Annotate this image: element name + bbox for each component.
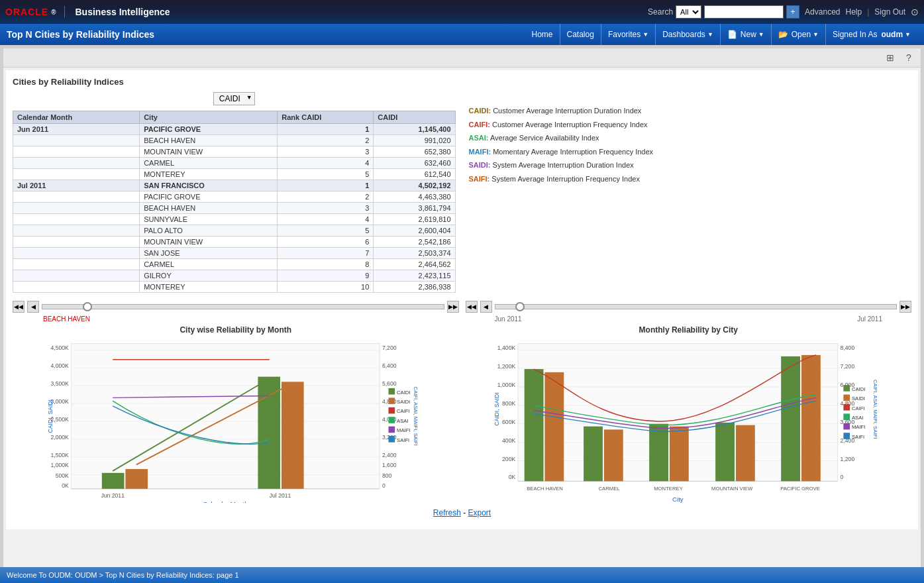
nav-signed-in[interactable]: Signed In As oudm ▼ <box>826 24 917 45</box>
svg-text:SAIFI: SAIFI <box>851 434 864 440</box>
search-input[interactable] <box>704 5 784 19</box>
slider2-prev[interactable]: ◀ <box>480 301 492 313</box>
nav-new[interactable]: 📄 New ▼ <box>721 24 772 45</box>
cell-rank: 1 <box>278 124 374 135</box>
svg-text:CAIFI: CAIFI <box>851 405 864 411</box>
svg-rect-41 <box>389 398 395 404</box>
chart2-title: Monthly Reliability by City <box>466 325 912 335</box>
slider1-track[interactable] <box>42 304 444 309</box>
svg-text:600K: 600K <box>502 419 515 425</box>
svg-text:CAIDI, SAIDI: CAIDI, SAIDI <box>47 399 54 433</box>
cell-value: 3,861,794 <box>374 203 455 214</box>
status-bar: Welcome To OUDM: OUDM > Top N Cities by … <box>0 567 924 583</box>
chart1-area: 4,500K 4,000K 3,500K 3,000K 2,500K 2,000… <box>13 337 459 503</box>
svg-rect-20 <box>72 344 380 489</box>
nav-favorites[interactable]: Favorites ▼ <box>601 24 656 45</box>
cell-value: 1,145,400 <box>374 124 455 135</box>
chart1-title: City wise Reliability by Month <box>13 325 459 335</box>
slider2-thumb[interactable] <box>515 302 525 311</box>
slider-2: ◀◀ ◀ ▶▶ <box>466 298 912 315</box>
svg-text:MOUNTAIN VIEW: MOUNTAIN VIEW <box>711 486 753 492</box>
filter-row: CAIDI CAIFI ASAI MAIFI SAIDI SAIFI <box>13 92 456 105</box>
slider-1-container: ◀◀ ◀ ▶▶ BEACH HAVEN <box>13 298 459 323</box>
slider2-track[interactable] <box>495 304 898 309</box>
svg-text:BEACH HAVEN: BEACH HAVEN <box>527 486 563 492</box>
svg-text:PACIFIC GROVE: PACIFIC GROVE <box>780 486 820 492</box>
cell-value: 2,600,404 <box>374 225 455 237</box>
section-title: Cities by Reliability Indices <box>13 77 911 87</box>
cell-city: MOUNTAIN VIEW <box>140 146 278 158</box>
svg-text:SAIDI: SAIDI <box>397 399 410 405</box>
help-link[interactable]: Help <box>845 7 862 17</box>
nav-catalog[interactable]: Catalog <box>560 24 601 45</box>
col-rank: Rank CAIDI <box>278 111 374 124</box>
svg-text:0: 0 <box>840 474 843 480</box>
signout-link[interactable]: Sign Out <box>874 7 905 17</box>
slider2-right-label: Jul 2011 <box>857 315 882 323</box>
cell-rank: 8 <box>278 259 374 270</box>
svg-text:ASAI: ASAI <box>397 418 409 424</box>
slider2-prev-prev[interactable]: ◀◀ <box>466 301 478 313</box>
main-content: Cities by Reliability Indices CAIDI CAIF… <box>6 70 918 529</box>
legend-item: ASAI: Average Service Availability Index <box>469 132 912 144</box>
svg-text:SAIFI: SAIFI <box>397 437 409 443</box>
cell-value: 2,542,186 <box>374 237 455 248</box>
chart2-area: 1,400K 1,200K 1,000K 800K 600K 400K 200K… <box>466 337 912 503</box>
svg-text:Jun 2011: Jun 2011 <box>101 492 125 499</box>
svg-rect-45 <box>389 417 395 423</box>
slider1-next[interactable]: ▶▶ <box>447 301 459 313</box>
grid-icon[interactable]: ⊞ <box>884 51 897 64</box>
slider1-prev-prev[interactable]: ◀◀ <box>13 301 25 313</box>
svg-rect-78 <box>584 427 603 482</box>
slider2-labels: Jun 2011 Jul 2011 <box>466 315 912 323</box>
chart2-svg: 1,400K 1,200K 1,000K 800K 600K 400K 200K… <box>466 337 912 503</box>
cell-value: 2,619,810 <box>374 214 455 225</box>
cell-rank: 1 <box>278 180 374 191</box>
slider1-prev[interactable]: ◀ <box>27 301 39 313</box>
cell-city: SAN JOSE <box>140 248 278 259</box>
svg-text:8,400: 8,400 <box>840 344 854 351</box>
svg-text:1,200K: 1,200K <box>497 363 515 370</box>
svg-text:CAIFI, ASAI, MAIFI, SAIFI: CAIFI, ASAI, MAIFI, SAIFI <box>872 380 878 439</box>
svg-rect-96 <box>843 395 850 401</box>
cell-value: 632,460 <box>374 158 455 169</box>
svg-text:7,200: 7,200 <box>840 363 854 370</box>
content-wrapper: ⊞ ? Cities by Reliability Indices CAIDI … <box>3 48 921 583</box>
status-text: Welcome To OUDM: OUDM > Top N Cities by … <box>7 571 239 579</box>
svg-text:7,200: 7,200 <box>382 344 397 351</box>
cell-rank: 3 <box>278 203 374 214</box>
chart2-container: Monthly Reliability by City 1,400K 1,200… <box>466 325 912 503</box>
legend-item: MAIFI: Momentary Average Interruption Fr… <box>469 146 912 158</box>
cell-city: GILROY <box>140 270 278 282</box>
svg-text:MONTEREY: MONTEREY <box>654 486 683 492</box>
slider1-thumb[interactable] <box>83 302 92 311</box>
refresh-link[interactable]: Refresh <box>433 508 461 517</box>
page-navigation: Home Catalog Favorites ▼ Dashboards ▼ 📄 … <box>525 24 917 45</box>
svg-text:SAIDI: SAIDI <box>851 396 864 401</box>
slider2-next[interactable]: ▶▶ <box>899 301 911 313</box>
new-icon: 📄 <box>727 30 737 39</box>
nav-home[interactable]: Home <box>525 24 560 45</box>
svg-text:CARMEL: CARMEL <box>598 486 620 492</box>
search-button[interactable]: + <box>786 5 799 19</box>
cell-rank: 5 <box>278 225 374 237</box>
export-link[interactable]: Export <box>468 508 491 517</box>
cell-rank: 9 <box>278 270 374 282</box>
cell-value: 991,020 <box>374 135 455 146</box>
svg-rect-94 <box>843 385 850 392</box>
help-icon[interactable]: ? <box>902 51 915 64</box>
advanced-link[interactable]: Advanced <box>805 7 840 17</box>
search-select[interactable]: All <box>676 5 701 19</box>
cell-value: 652,380 <box>374 146 455 158</box>
cell-city: MONTEREY <box>140 169 278 180</box>
cell-city: BEACH HAVEN <box>140 203 278 214</box>
svg-text:4,500K: 4,500K <box>50 344 69 351</box>
svg-text:ASAI: ASAI <box>851 415 863 421</box>
nav-open[interactable]: 📂 Open ▼ <box>772 24 826 45</box>
dashboards-arrow: ▼ <box>707 31 713 38</box>
cell-value: 2,423,115 <box>374 270 455 282</box>
nav-dashboards[interactable]: Dashboards ▼ <box>656 24 721 45</box>
index-filter-select[interactable]: CAIDI CAIFI ASAI MAIFI SAIDI SAIFI <box>213 92 255 105</box>
svg-text:CAIFI, ASAI, MAIFI, SAIFI: CAIFI, ASAI, MAIFI, SAIFI <box>413 387 419 446</box>
svg-text:Jul 2011: Jul 2011 <box>270 492 291 499</box>
